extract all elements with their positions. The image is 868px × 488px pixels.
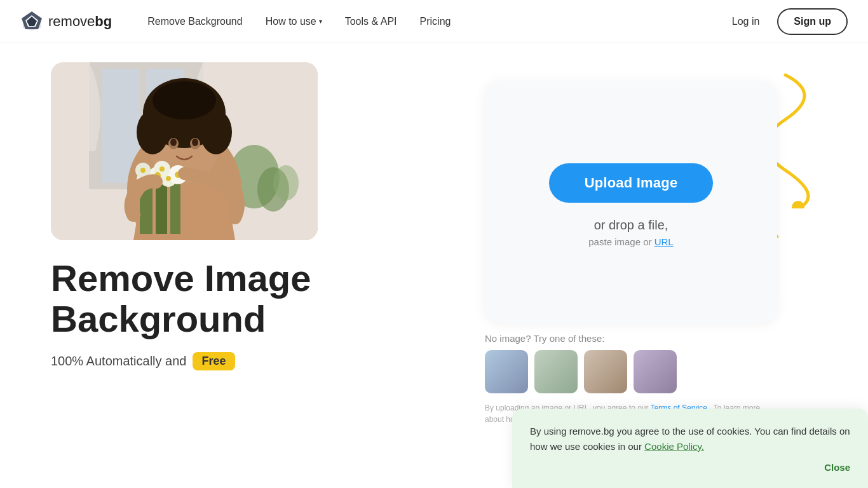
svg-point-36	[159, 166, 165, 172]
svg-point-37	[792, 201, 804, 208]
navbar: removebg Remove Background How to use ▾ …	[0, 0, 868, 43]
svg-point-21	[192, 139, 198, 146]
svg-point-20	[170, 139, 177, 146]
free-badge: Free	[193, 352, 234, 370]
cookie-banner: By using remove.bg you agree to the use …	[512, 409, 868, 488]
sample-image-2[interactable]	[534, 350, 578, 393]
paste-text: paste image or URL	[588, 236, 673, 247]
drop-text: or drop a file,	[594, 218, 668, 233]
nav-remove-background[interactable]: Remove Background	[137, 11, 252, 32]
sample-images	[485, 350, 777, 393]
nav-how-to-use[interactable]: How to use ▾	[255, 11, 332, 32]
login-button[interactable]: Log in	[724, 11, 768, 32]
cookie-close-button[interactable]: Close	[824, 462, 850, 473]
sample-image-4[interactable]	[634, 350, 677, 393]
sample-image-3[interactable]	[584, 350, 627, 393]
svg-point-17	[153, 81, 216, 119]
hero-image	[51, 62, 318, 240]
svg-point-10	[273, 165, 299, 201]
svg-rect-24	[170, 184, 180, 234]
upload-card: Upload Image or drop a file, paste image…	[485, 81, 777, 323]
upload-image-button[interactable]: Upload Image	[549, 163, 714, 203]
svg-point-35	[140, 168, 146, 173]
url-link[interactable]: URL	[654, 236, 674, 247]
hero-headline: Remove Image Background	[51, 258, 445, 339]
hero-subline: 100% Automatically and Free	[51, 352, 445, 370]
nav-links: Remove Background How to use ▾ Tools & A…	[137, 11, 724, 32]
left-panel: Remove Image Background 100% Automatical…	[51, 62, 445, 370]
nav-tools-api[interactable]: Tools & API	[335, 11, 407, 32]
svg-point-33	[166, 176, 171, 181]
main-content: Remove Image Background 100% Automatical…	[0, 43, 868, 488]
sample-image-1[interactable]	[485, 350, 528, 393]
logo-text: removebg	[48, 13, 112, 30]
chevron-down-icon: ▾	[319, 18, 322, 25]
right-panel: Upload Image or drop a file, paste image…	[445, 62, 817, 425]
cookie-text: By using remove.bg you agree to the use …	[530, 424, 850, 454]
svg-point-16	[200, 110, 232, 154]
cookie-policy-link[interactable]: Cookie Policy.	[644, 441, 704, 452]
logo[interactable]: removebg	[20, 10, 112, 33]
logo-icon	[20, 10, 43, 33]
no-image-label: No image? Try one of these:	[485, 333, 777, 344]
signup-button[interactable]: Sign up	[777, 8, 848, 35]
nav-pricing[interactable]: Pricing	[410, 11, 461, 32]
nav-right: Log in Sign up	[724, 8, 848, 35]
svg-point-15	[137, 110, 168, 154]
